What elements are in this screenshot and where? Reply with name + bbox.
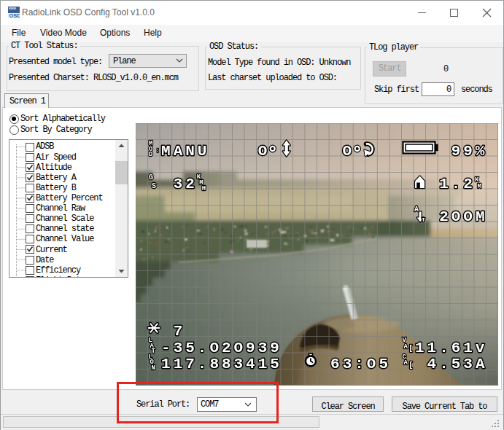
svg-text:O: O [343, 143, 355, 160]
svg-text:99%: 99% [451, 143, 488, 160]
svg-text:2OOM: 2OOM [439, 208, 487, 225]
svg-text:D: D [149, 151, 153, 158]
svg-text:A: A [414, 206, 419, 214]
svg-text:T: T [422, 216, 425, 223]
svg-text:A: A [404, 343, 408, 351]
svg-text:117.883415: 117.883415 [161, 356, 282, 372]
svg-text:11.61v: 11.61v [415, 340, 487, 356]
svg-text:-35.O2O939: -35.O2O939 [161, 340, 282, 356]
svg-text:32: 32 [174, 176, 198, 192]
svg-text:1.2: 1.2 [439, 176, 476, 192]
svg-text:S: S [152, 182, 156, 190]
svg-text::: : [156, 147, 160, 155]
svg-text:M: M [477, 183, 481, 190]
svg-text:O: O [258, 143, 271, 160]
svg-text:OSD: OSD [9, 12, 20, 18]
svg-text:G: G [149, 173, 153, 181]
svg-text:MANU: MANU [161, 143, 209, 160]
svg-text:N: N [152, 364, 155, 372]
svg-text:H: H [202, 185, 206, 192]
svg-text:63:O5: 63:O5 [330, 356, 391, 372]
svg-text:4.53A: 4.53A [427, 356, 488, 372]
svg-text:A: A [404, 359, 408, 367]
svg-text:[: [ [408, 344, 414, 353]
svg-text:[: [ [408, 361, 414, 370]
svg-text:7: 7 [174, 323, 186, 340]
